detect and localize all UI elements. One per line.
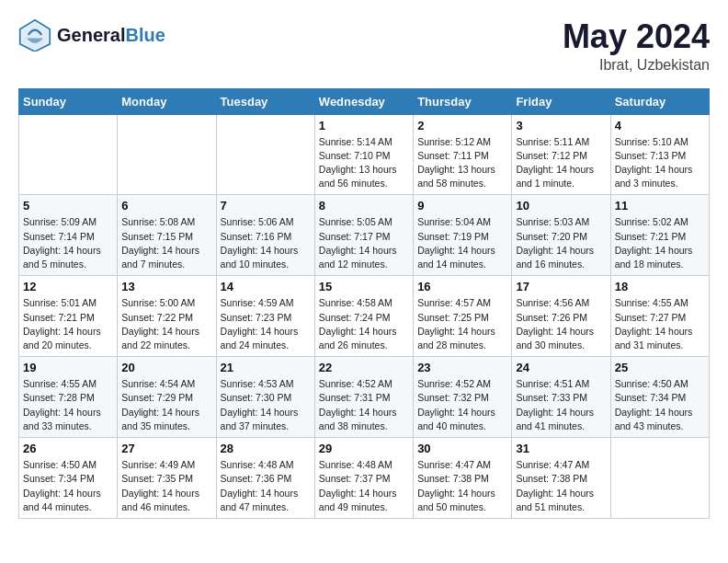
- day-detail: Sunrise: 5:09 AMSunset: 7:14 PMDaylight:…: [23, 215, 113, 271]
- calendar-cell: [19, 114, 118, 195]
- day-number: 21: [221, 361, 311, 374]
- day-number: 1: [319, 119, 409, 132]
- day-detail: Sunrise: 4:54 AMSunset: 7:29 PMDaylight:…: [121, 377, 211, 433]
- weekday-header-friday: Friday: [512, 88, 610, 114]
- day-detail: Sunrise: 4:55 AMSunset: 7:27 PMDaylight:…: [615, 296, 705, 352]
- day-number: 22: [319, 361, 409, 374]
- day-detail: Sunrise: 5:05 AMSunset: 7:17 PMDaylight:…: [319, 215, 409, 271]
- day-number: 8: [319, 199, 409, 213]
- weekday-header-thursday: Thursday: [414, 88, 512, 114]
- day-number: 16: [417, 280, 507, 293]
- day-detail: Sunrise: 5:02 AMSunset: 7:21 PMDaylight:…: [615, 215, 705, 271]
- weekday-header-wednesday: Wednesday: [314, 88, 413, 114]
- calendar-cell: 25Sunrise: 4:50 AMSunset: 7:34 PMDayligh…: [610, 357, 709, 438]
- calendar-cell: 16Sunrise: 4:57 AMSunset: 7:25 PMDayligh…: [414, 276, 512, 357]
- weekday-header-sunday: Sunday: [19, 88, 118, 114]
- day-detail: Sunrise: 4:48 AMSunset: 7:36 PMDaylight:…: [221, 458, 311, 514]
- weekday-header-saturday: Saturday: [610, 88, 709, 114]
- calendar-cell: [610, 438, 709, 519]
- calendar-cell: [216, 114, 314, 195]
- day-number: 18: [615, 280, 705, 293]
- day-number: 11: [615, 199, 705, 213]
- day-detail: Sunrise: 5:08 AMSunset: 7:15 PMDaylight:…: [121, 215, 211, 271]
- day-number: 27: [121, 442, 211, 455]
- day-number: 5: [23, 199, 113, 213]
- calendar-week-3: 12Sunrise: 5:01 AMSunset: 7:21 PMDayligh…: [19, 276, 710, 357]
- calendar-cell: 21Sunrise: 4:53 AMSunset: 7:30 PMDayligh…: [216, 357, 314, 438]
- day-number: 28: [221, 442, 311, 455]
- calendar-cell: 14Sunrise: 4:59 AMSunset: 7:23 PMDayligh…: [216, 276, 314, 357]
- day-detail: Sunrise: 5:12 AMSunset: 7:11 PMDaylight:…: [417, 135, 507, 191]
- calendar-cell: 18Sunrise: 4:55 AMSunset: 7:27 PMDayligh…: [610, 276, 709, 357]
- day-number: 24: [516, 361, 606, 374]
- calendar-week-1: 1Sunrise: 5:14 AMSunset: 7:10 PMDaylight…: [19, 114, 710, 195]
- day-detail: Sunrise: 5:06 AMSunset: 7:16 PMDaylight:…: [221, 215, 311, 271]
- day-number: 6: [121, 199, 211, 213]
- day-detail: Sunrise: 4:57 AMSunset: 7:25 PMDaylight:…: [417, 296, 507, 352]
- day-detail: Sunrise: 5:03 AMSunset: 7:20 PMDaylight:…: [516, 215, 606, 271]
- calendar-table: SundayMondayTuesdayWednesdayThursdayFrid…: [18, 88, 710, 519]
- day-detail: Sunrise: 4:48 AMSunset: 7:37 PMDaylight:…: [319, 458, 409, 514]
- calendar-cell: 11Sunrise: 5:02 AMSunset: 7:21 PMDayligh…: [610, 195, 709, 276]
- calendar-cell: 10Sunrise: 5:03 AMSunset: 7:20 PMDayligh…: [512, 195, 610, 276]
- day-number: 4: [615, 119, 705, 132]
- day-number: 25: [615, 361, 705, 374]
- calendar-week-5: 26Sunrise: 4:50 AMSunset: 7:34 PMDayligh…: [19, 438, 710, 519]
- day-detail: Sunrise: 4:47 AMSunset: 7:38 PMDaylight:…: [516, 458, 606, 514]
- day-detail: Sunrise: 5:14 AMSunset: 7:10 PMDaylight:…: [319, 135, 409, 191]
- calendar-cell: 30Sunrise: 4:47 AMSunset: 7:38 PMDayligh…: [414, 438, 512, 519]
- calendar-week-2: 5Sunrise: 5:09 AMSunset: 7:14 PMDaylight…: [19, 195, 710, 276]
- day-detail: Sunrise: 4:49 AMSunset: 7:35 PMDaylight:…: [121, 458, 211, 514]
- calendar-cell: 17Sunrise: 4:56 AMSunset: 7:26 PMDayligh…: [512, 276, 610, 357]
- calendar-cell: 3Sunrise: 5:11 AMSunset: 7:12 PMDaylight…: [512, 114, 610, 195]
- calendar-cell: 22Sunrise: 4:52 AMSunset: 7:31 PMDayligh…: [314, 357, 413, 438]
- weekday-header-monday: Monday: [118, 88, 216, 114]
- weekday-header-tuesday: Tuesday: [216, 88, 314, 114]
- day-detail: Sunrise: 4:55 AMSunset: 7:28 PMDaylight:…: [23, 377, 113, 433]
- day-detail: Sunrise: 5:04 AMSunset: 7:19 PMDaylight:…: [417, 215, 507, 271]
- day-detail: Sunrise: 4:59 AMSunset: 7:23 PMDaylight:…: [221, 296, 311, 352]
- logo-icon: [18, 18, 51, 52]
- day-detail: Sunrise: 4:47 AMSunset: 7:38 PMDaylight:…: [417, 458, 507, 514]
- calendar-cell: 27Sunrise: 4:49 AMSunset: 7:35 PMDayligh…: [118, 438, 216, 519]
- calendar-cell: 31Sunrise: 4:47 AMSunset: 7:38 PMDayligh…: [512, 438, 610, 519]
- day-detail: Sunrise: 5:00 AMSunset: 7:22 PMDaylight:…: [121, 296, 211, 352]
- day-detail: Sunrise: 4:52 AMSunset: 7:31 PMDaylight:…: [319, 377, 409, 433]
- day-number: 14: [221, 280, 311, 293]
- calendar-cell: 28Sunrise: 4:48 AMSunset: 7:36 PMDayligh…: [216, 438, 314, 519]
- day-number: 10: [516, 199, 606, 213]
- calendar-cell: 15Sunrise: 4:58 AMSunset: 7:24 PMDayligh…: [314, 276, 413, 357]
- day-number: 9: [417, 199, 507, 213]
- calendar-week-4: 19Sunrise: 4:55 AMSunset: 7:28 PMDayligh…: [19, 357, 710, 438]
- day-number: 23: [417, 361, 507, 374]
- day-number: 20: [121, 361, 211, 374]
- calendar-cell: 9Sunrise: 5:04 AMSunset: 7:19 PMDaylight…: [414, 195, 512, 276]
- calendar-cell: 29Sunrise: 4:48 AMSunset: 7:37 PMDayligh…: [314, 438, 413, 519]
- calendar-cell: 20Sunrise: 4:54 AMSunset: 7:29 PMDayligh…: [118, 357, 216, 438]
- day-number: 2: [417, 119, 507, 132]
- calendar-cell: 23Sunrise: 4:52 AMSunset: 7:32 PMDayligh…: [414, 357, 512, 438]
- day-detail: Sunrise: 5:11 AMSunset: 7:12 PMDaylight:…: [516, 135, 606, 191]
- location: Ibrat, Uzbekistan: [563, 57, 710, 74]
- logo-text: GeneralBlue: [57, 25, 165, 46]
- day-number: 31: [516, 442, 606, 455]
- day-detail: Sunrise: 5:01 AMSunset: 7:21 PMDaylight:…: [23, 296, 113, 352]
- calendar-cell: 26Sunrise: 4:50 AMSunset: 7:34 PMDayligh…: [19, 438, 118, 519]
- calendar-cell: 8Sunrise: 5:05 AMSunset: 7:17 PMDaylight…: [314, 195, 413, 276]
- month-year: May 2024: [563, 18, 710, 55]
- day-detail: Sunrise: 4:51 AMSunset: 7:33 PMDaylight:…: [516, 377, 606, 433]
- day-detail: Sunrise: 4:58 AMSunset: 7:24 PMDaylight:…: [319, 296, 409, 352]
- title-block: May 2024 Ibrat, Uzbekistan: [563, 18, 710, 74]
- day-number: 7: [221, 199, 311, 213]
- day-detail: Sunrise: 4:52 AMSunset: 7:32 PMDaylight:…: [417, 377, 507, 433]
- calendar-cell: 4Sunrise: 5:10 AMSunset: 7:13 PMDaylight…: [610, 114, 709, 195]
- calendar-cell: 13Sunrise: 5:00 AMSunset: 7:22 PMDayligh…: [118, 276, 216, 357]
- calendar-cell: [118, 114, 216, 195]
- calendar-cell: 2Sunrise: 5:12 AMSunset: 7:11 PMDaylight…: [414, 114, 512, 195]
- day-number: 17: [516, 280, 606, 293]
- day-number: 19: [23, 361, 113, 374]
- calendar-cell: 1Sunrise: 5:14 AMSunset: 7:10 PMDaylight…: [314, 114, 413, 195]
- day-number: 15: [319, 280, 409, 293]
- calendar-cell: 6Sunrise: 5:08 AMSunset: 7:15 PMDaylight…: [118, 195, 216, 276]
- calendar-cell: 12Sunrise: 5:01 AMSunset: 7:21 PMDayligh…: [19, 276, 118, 357]
